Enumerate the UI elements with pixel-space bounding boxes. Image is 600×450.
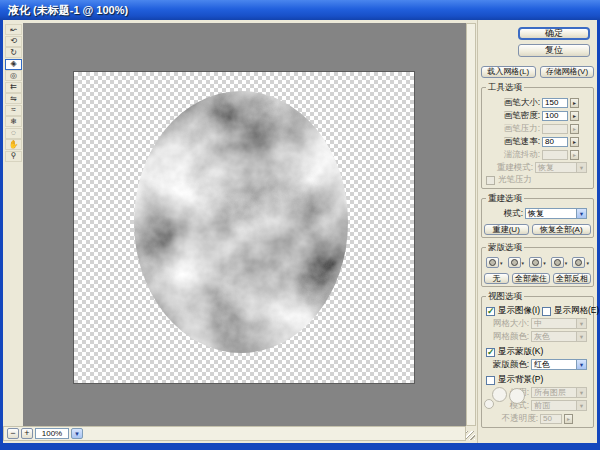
- brush-rate-field: 画笔速率: 80 ▸: [484, 135, 591, 148]
- reconstruct-buttons: 重建(U) 恢复全部(A): [484, 224, 591, 235]
- replace-selection-icon: [486, 257, 499, 268]
- chevron-down-icon: ▼: [576, 401, 586, 410]
- brush-rate-input[interactable]: 80: [542, 137, 568, 147]
- invert-selection-icon: [572, 257, 585, 268]
- brush-rate-slider-arrow-icon[interactable]: ▸: [570, 137, 579, 147]
- chevron-down-icon: ▼: [576, 388, 586, 397]
- brush-size-label: 画笔大小:: [504, 97, 540, 109]
- show-backdrop-checkbox[interactable]: [486, 376, 495, 385]
- twirl-clockwise-tool-icon: ↻: [10, 49, 17, 57]
- chevron-down-icon: ▼: [576, 163, 586, 172]
- ok-button[interactable]: 确定: [518, 27, 590, 40]
- load-mesh-button[interactable]: 载入网格(L): [481, 66, 536, 78]
- brush-size-input[interactable]: 150: [542, 98, 568, 108]
- chevron-down-icon: ▾: [500, 260, 503, 266]
- zoom-tool-button[interactable]: ⚲: [5, 151, 22, 162]
- brush-density-slider-arrow-icon[interactable]: ▸: [570, 111, 579, 121]
- show-image-label: 显示图像(I): [498, 305, 540, 317]
- reconstruct-mode-field: 重建模式: 恢复 ▼: [484, 161, 591, 174]
- show-mesh-label: 显示网格(E): [554, 305, 599, 317]
- intersect-with-selection-button[interactable]: ▾: [551, 257, 568, 268]
- subtract-from-selection-icon: [529, 257, 542, 268]
- zoom-level-dropdown[interactable]: ▼: [71, 428, 83, 439]
- brush-density-input[interactable]: 100: [542, 111, 568, 121]
- add-to-selection-button[interactable]: ▾: [508, 257, 525, 268]
- save-mesh-button[interactable]: 存储网格(V): [540, 66, 595, 78]
- replace-selection-button[interactable]: ▾: [486, 257, 503, 268]
- zoom-out-button[interactable]: −: [7, 428, 19, 439]
- preview-area: [23, 23, 466, 426]
- chevron-down-icon: ▼: [576, 319, 586, 328]
- dialog-body: ↜⟲↻◈◎⇇⇋≈❄◌✋⚲ − + 100%: [3, 20, 597, 443]
- show-toggles-row: 显示图像(I) 显示网格(E): [484, 305, 591, 317]
- push-left-tool-button[interactable]: ⇇: [5, 82, 22, 93]
- vertical-scrollbar[interactable]: [466, 23, 476, 426]
- subtract-from-selection-button[interactable]: ▾: [529, 257, 546, 268]
- chevron-down-icon: ▾: [565, 260, 568, 266]
- reconstruct-mode-dropdown[interactable]: 恢复 ▼: [525, 208, 587, 219]
- hand-tool-button[interactable]: ✋: [5, 139, 22, 150]
- reconstruct-button[interactable]: 重建(U): [484, 224, 529, 235]
- tool-palette: ↜⟲↻◈◎⇇⇋≈❄◌✋⚲: [5, 24, 23, 162]
- mask-color-row: 蒙版颜色: 红色 ▼: [484, 358, 591, 371]
- backdrop-mode-label: 模式:: [510, 400, 529, 412]
- show-backdrop-option: 显示背景(P): [484, 374, 591, 386]
- reset-button[interactable]: 复位: [518, 44, 590, 57]
- show-mask-checkbox[interactable]: [486, 348, 495, 357]
- turbulence-tool-button[interactable]: ≈: [5, 105, 22, 116]
- invert-selection-button[interactable]: ▾: [572, 257, 589, 268]
- show-image-checkbox[interactable]: [486, 307, 495, 316]
- resize-grip-icon[interactable]: [466, 431, 475, 440]
- turbulence-tool-icon: ≈: [11, 106, 15, 114]
- mesh-size-label: 网格大小:: [493, 318, 529, 330]
- thaw-mask-tool-button[interactable]: ◌: [5, 128, 22, 139]
- turbulent-jitter-input: [542, 150, 568, 160]
- scrollbar-corner: [466, 426, 476, 441]
- brush-pressure-field: 画笔压力: ▸: [484, 122, 591, 135]
- freeze-mask-tool-button[interactable]: ❄: [5, 116, 22, 127]
- invert-all-button[interactable]: 全部反相: [553, 273, 591, 284]
- backdrop-use-select: 所有图层 ▼: [531, 387, 587, 398]
- stylus-pressure-checkbox: [486, 176, 495, 185]
- forward-warp-tool-button[interactable]: ↜: [5, 24, 22, 35]
- show-image-option: 显示图像(I): [484, 305, 540, 317]
- push-left-tool-icon: ⇇: [10, 83, 17, 91]
- image-canvas[interactable]: [73, 71, 415, 384]
- bloat-tool-button[interactable]: ◎: [5, 70, 22, 81]
- mirror-tool-icon: ⇋: [10, 95, 17, 103]
- add-to-selection-icon: [508, 257, 521, 268]
- reconstruct-tool-button[interactable]: ⟲: [5, 36, 22, 47]
- reconstruct-mode-label: 重建模式:: [497, 162, 533, 174]
- mask-color-label: 蒙版颜色:: [493, 359, 529, 371]
- brush-size-slider-arrow-icon[interactable]: ▸: [570, 98, 579, 108]
- twirl-clockwise-tool-button[interactable]: ↻: [5, 47, 22, 58]
- mirror-tool-button[interactable]: ⇋: [5, 93, 22, 104]
- mask-color-select[interactable]: 红色 ▼: [531, 359, 587, 370]
- brush-pressure-slider-arrow-icon: ▸: [570, 124, 579, 134]
- mask-none-button[interactable]: 无: [484, 273, 509, 284]
- zoom-tool-icon: ⚲: [11, 152, 17, 160]
- backdrop-opacity-label: 不透明度:: [502, 413, 538, 425]
- show-backdrop-label: 显示背景(P): [498, 374, 543, 386]
- mask-all-button[interactable]: 全部蒙住: [512, 273, 550, 284]
- titlebar[interactable]: 液化 (未标题-1 @ 100%): [0, 0, 600, 20]
- show-mesh-checkbox[interactable]: [542, 307, 551, 316]
- options-panel: 确定 复位 载入网格(L) 存储网格(V) 工具选项 画笔大小: 150 ▸ 画…: [477, 20, 597, 443]
- reconstruct-mode-row: 模式: 恢复 ▼: [484, 207, 591, 220]
- chevron-down-icon: ▼: [74, 431, 80, 437]
- reconstruct-mode-select: 恢复 ▼: [535, 162, 587, 173]
- zoom-level-value[interactable]: 100%: [35, 428, 69, 439]
- brush-density-label: 画笔密度:: [504, 110, 540, 122]
- show-mask-label: 显示蒙版(K): [498, 346, 543, 358]
- restore-all-button[interactable]: 恢复全部(A): [532, 224, 592, 235]
- view-options-group: 视图选项 显示图像(I) 显示网格(E) 网格大小: 中 ▼: [481, 296, 594, 428]
- backdrop-mode-select: 前面 ▼: [531, 400, 587, 411]
- mask-buttons: 无 全部蒙住 全部反相: [484, 273, 591, 284]
- mode-label: 模式:: [504, 208, 523, 220]
- pucker-tool-button[interactable]: ◈: [5, 59, 22, 70]
- mesh-color-select: 灰色 ▼: [531, 331, 587, 342]
- turbulent-jitter-slider-arrow-icon: ▸: [570, 150, 579, 160]
- mesh-size-row: 网格大小: 中 ▼: [484, 317, 591, 330]
- zoom-in-button[interactable]: +: [21, 428, 33, 439]
- mask-mode-icons: ▾▾▾▾▾: [484, 256, 591, 269]
